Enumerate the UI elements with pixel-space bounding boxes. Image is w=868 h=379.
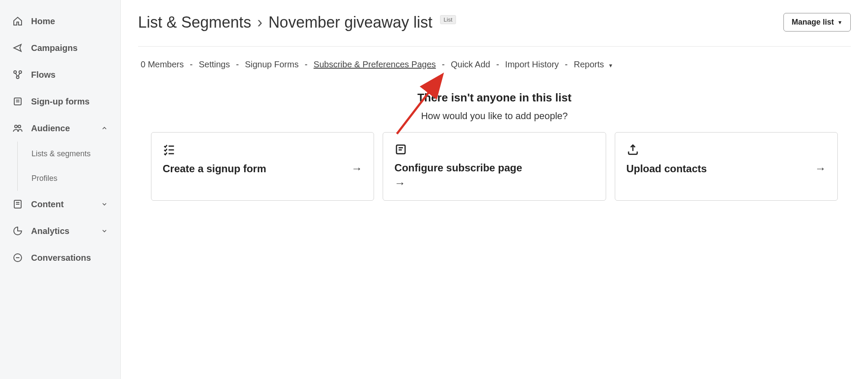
arrow-right-icon: → (394, 177, 406, 190)
card-upload-contacts[interactable]: Upload contacts → (615, 132, 838, 201)
sidebar-item-label: Sign-up forms (31, 97, 108, 107)
content-icon (12, 199, 23, 210)
breadcrumb: List & Segments › November giveaway list… (138, 13, 456, 32)
chevron-down-icon (101, 227, 108, 235)
sidebar-item-label: Flows (31, 70, 108, 80)
tab-members[interactable]: 0 Members (141, 60, 184, 69)
sidebar-item-label: Analytics (31, 226, 93, 236)
tab-separator: - (496, 60, 499, 69)
caret-down-icon: ▼ (608, 63, 613, 69)
svg-point-0 (14, 71, 16, 73)
list-tabs: 0 Members - Settings - Signup Forms - Su… (138, 47, 851, 82)
caret-down-icon: ▼ (837, 19, 843, 25)
tab-separator: - (190, 60, 193, 69)
svg-point-1 (19, 71, 22, 73)
list-badge: List (440, 15, 456, 24)
audience-icon (12, 123, 23, 134)
svg-point-6 (15, 125, 17, 128)
tab-import-history[interactable]: Import History (505, 60, 559, 69)
empty-state: There isn't anyone in this list How woul… (138, 91, 851, 201)
tab-separator: - (442, 60, 445, 69)
tab-reports[interactable]: Reports ▼ (574, 60, 613, 69)
sidebar-item-conversations[interactable]: Conversations (0, 244, 120, 271)
sidebar-subitem-lists-segments[interactable]: Lists & segments (18, 142, 120, 166)
tab-settings[interactable]: Settings (199, 60, 230, 69)
tab-subscribe-preferences[interactable]: Subscribe & Preferences Pages (314, 60, 436, 69)
card-create-signup-form[interactable]: Create a signup form → (151, 132, 374, 201)
sidebar-subnav-audience: Lists & segments Profiles (17, 142, 120, 191)
svg-point-2 (16, 76, 19, 79)
tab-signup-forms[interactable]: Signup Forms (245, 60, 299, 69)
card-title: Upload contacts (626, 163, 707, 175)
card-title: Create a signup form (163, 163, 266, 175)
arrow-right-icon: → (815, 162, 826, 175)
sidebar: Home Campaigns Flows Sign-up forms Audie… (0, 0, 121, 379)
sidebar-item-label: Campaigns (31, 43, 108, 53)
upload-icon (626, 143, 639, 156)
page-icon (394, 143, 407, 156)
page-header: List & Segments › November giveaway list… (138, 13, 851, 47)
sidebar-item-label: Content (31, 199, 93, 209)
send-icon (12, 42, 23, 54)
breadcrumb-separator-icon: › (257, 13, 262, 32)
chat-icon (12, 252, 23, 263)
tab-separator: - (565, 60, 568, 69)
empty-state-heading: There isn't anyone in this list (138, 91, 851, 104)
action-cards: Create a signup form → Configure subscri… (138, 132, 851, 201)
flows-icon (12, 69, 23, 80)
chevron-down-icon (101, 200, 108, 208)
empty-state-subheading: How would you like to add people? (138, 111, 851, 122)
manage-list-label: Manage list (792, 18, 834, 27)
tab-quick-add[interactable]: Quick Add (451, 60, 490, 69)
card-title: Configure subscribe page (394, 162, 522, 174)
svg-point-7 (18, 125, 21, 128)
chevron-up-icon (101, 124, 108, 132)
breadcrumb-root[interactable]: List & Segments (138, 13, 251, 32)
sidebar-item-analytics[interactable]: Analytics (0, 218, 120, 244)
sidebar-item-campaigns[interactable]: Campaigns (0, 35, 120, 61)
sidebar-item-label: Audience (31, 123, 93, 133)
checklist-icon (163, 143, 176, 156)
sidebar-item-flows[interactable]: Flows (0, 61, 120, 88)
main-content: List & Segments › November giveaway list… (121, 0, 868, 379)
tab-reports-label: Reports (574, 60, 604, 69)
breadcrumb-current: November giveaway list (268, 13, 432, 32)
sidebar-item-audience[interactable]: Audience (0, 115, 120, 142)
analytics-icon (12, 225, 23, 237)
home-icon (12, 16, 23, 27)
sidebar-item-signup-forms[interactable]: Sign-up forms (0, 88, 120, 115)
sidebar-item-home[interactable]: Home (0, 8, 120, 35)
sidebar-item-content[interactable]: Content (0, 191, 120, 218)
sidebar-subitem-profiles[interactable]: Profiles (18, 166, 120, 191)
form-icon (12, 96, 23, 107)
sidebar-item-label: Home (31, 16, 108, 26)
card-configure-subscribe-page[interactable]: Configure subscribe page → (383, 132, 606, 201)
tab-separator: - (236, 60, 239, 69)
sidebar-item-label: Conversations (31, 253, 108, 263)
tab-separator: - (305, 60, 308, 69)
manage-list-button[interactable]: Manage list ▼ (783, 13, 851, 32)
arrow-right-icon: → (351, 162, 362, 175)
